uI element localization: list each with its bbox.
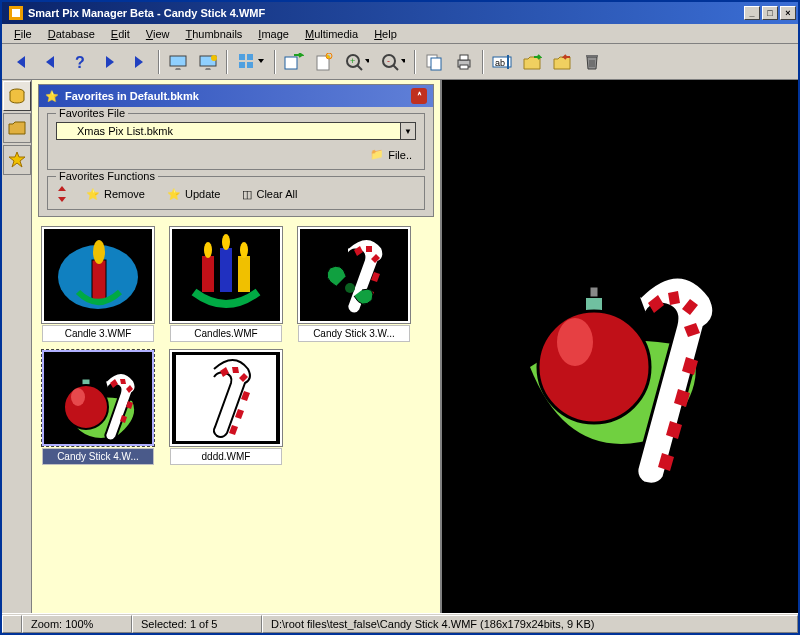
export-button[interactable]	[280, 48, 308, 76]
favorites-file-combo[interactable]: ▼	[56, 122, 416, 140]
favorites-panel: ⭐ Favorites in Default.bkmk ˄ Favorites …	[38, 84, 434, 217]
separator	[274, 50, 276, 74]
preview-image	[490, 207, 750, 487]
folder-import-button[interactable]	[548, 48, 576, 76]
svg-rect-42	[590, 287, 598, 297]
svg-rect-7	[247, 54, 253, 60]
thumb-image	[42, 350, 154, 446]
thumbnail-0[interactable]: Candle 3.WMF	[38, 227, 158, 342]
favorites-header: ⭐ Favorites in Default.bkmk ˄	[39, 85, 433, 107]
svg-rect-24	[507, 55, 509, 69]
star-icon: ⭐	[45, 90, 59, 103]
menubar: File Database Edit View Thumbnails Image…	[2, 24, 798, 44]
svg-rect-8	[239, 62, 245, 68]
next-button[interactable]	[96, 48, 124, 76]
menu-file[interactable]: File	[6, 26, 40, 42]
menu-thumbnails[interactable]: Thumbnails	[177, 26, 250, 42]
svg-point-34	[222, 234, 230, 250]
thumb-caption: Candle 3.WMF	[42, 325, 154, 342]
menu-edit[interactable]: Edit	[103, 26, 138, 42]
maximize-button[interactable]: □	[762, 6, 778, 20]
thumb-image	[42, 227, 154, 323]
separator	[482, 50, 484, 74]
tab-database[interactable]	[3, 81, 31, 111]
prev-button[interactable]	[36, 48, 64, 76]
svg-rect-30	[202, 256, 214, 292]
favorites-title: Favorites in Default.bkmk	[65, 90, 411, 102]
thumb-caption: Candles.WMF	[170, 325, 282, 342]
zoom-in-button[interactable]: +	[340, 48, 374, 76]
print-button[interactable]	[450, 48, 478, 76]
new-file-button[interactable]	[310, 48, 338, 76]
menu-database[interactable]: Database	[40, 26, 103, 42]
svg-rect-9	[247, 62, 253, 68]
tab-favorites[interactable]	[3, 145, 31, 175]
minimize-button[interactable]: _	[744, 6, 760, 20]
clear-all-button[interactable]: ◫Clear All	[238, 186, 301, 203]
first-button[interactable]	[6, 48, 34, 76]
menu-image[interactable]: Image	[250, 26, 297, 42]
svg-rect-3	[170, 56, 186, 66]
app-window: Smart Pix Manager Beta - Candy Stick 4.W…	[0, 0, 800, 635]
statusbar: Zoom: 100% Selected: 1 of 5 D:\root file…	[2, 613, 798, 633]
svg-rect-41	[585, 297, 603, 311]
update-button[interactable]: ⭐Update	[163, 186, 224, 203]
window-title: Smart Pix Manager Beta - Candy Stick 4.W…	[28, 7, 744, 19]
svg-point-33	[204, 242, 212, 258]
folder-export-button[interactable]	[518, 48, 546, 76]
svg-point-29	[93, 240, 105, 264]
svg-rect-21	[460, 65, 468, 69]
copy-button[interactable]	[420, 48, 448, 76]
separator	[158, 50, 160, 74]
svg-rect-18	[431, 58, 441, 70]
favorites-file-group: Favorites File ▼ 📁 File..	[47, 113, 425, 170]
thumbnail-4[interactable]: dddd.WMF	[166, 350, 286, 465]
folder-icon: 📁	[370, 148, 384, 161]
thumbnail-3[interactable]: Candy Stick 4.W...	[38, 350, 158, 465]
menu-view[interactable]: View	[138, 26, 178, 42]
status-icon	[2, 615, 22, 633]
grid-view-button[interactable]	[232, 48, 270, 76]
thumbnails-grid: Candle 3.WMFCandles.WMFCandy Stick 3.W..…	[32, 221, 440, 613]
last-button[interactable]	[126, 48, 154, 76]
svg-text:+: +	[350, 56, 355, 66]
reorder-icon[interactable]	[56, 185, 68, 203]
svg-point-5	[211, 55, 217, 61]
favorites-file-input[interactable]	[56, 122, 400, 140]
close-button[interactable]: ×	[780, 6, 796, 20]
thumbnail-2[interactable]: Candy Stick 3.W...	[294, 227, 414, 342]
tab-folders[interactable]	[3, 113, 31, 143]
svg-rect-31	[220, 248, 232, 292]
thumb-caption: Candy Stick 3.W...	[298, 325, 410, 342]
collapse-button[interactable]: ˄	[411, 88, 427, 104]
svg-text:?: ?	[75, 54, 85, 71]
titlebar: Smart Pix Manager Beta - Candy Stick 4.W…	[2, 2, 798, 24]
svg-point-35	[240, 242, 248, 258]
toolbar: ? + - ab	[2, 44, 798, 80]
rename-button[interactable]: ab	[488, 48, 516, 76]
svg-point-36	[345, 283, 355, 293]
remove-button[interactable]: ⭐Remove	[82, 186, 149, 203]
svg-point-44	[557, 318, 593, 366]
svg-point-38	[64, 385, 108, 429]
separator	[226, 50, 228, 74]
delete-button[interactable]	[578, 48, 606, 76]
menu-multimedia[interactable]: Multimedia	[297, 26, 366, 42]
thumbnail-1[interactable]: Candles.WMF	[166, 227, 286, 342]
slideshow2-button[interactable]	[194, 48, 222, 76]
favorites-functions-group: Favorites Functions ⭐Remove ⭐Update ◫Cle…	[47, 176, 425, 210]
window-buttons: _ □ ×	[744, 6, 796, 20]
zoom-out-button[interactable]: -	[376, 48, 410, 76]
svg-rect-1	[12, 9, 20, 17]
side-tabs	[2, 80, 32, 613]
slideshow-button[interactable]	[164, 48, 192, 76]
dropdown-button[interactable]: ▼	[400, 122, 416, 140]
help-button[interactable]: ?	[66, 48, 94, 76]
file-button[interactable]: 📁 File..	[366, 146, 416, 163]
status-path: D:\root files\test_false\Candy Stick 4.W…	[262, 615, 798, 633]
separator	[414, 50, 416, 74]
svg-rect-6	[239, 54, 245, 60]
menu-help[interactable]: Help	[366, 26, 405, 42]
svg-rect-10	[285, 57, 297, 69]
favorites-file-label: Favorites File	[56, 107, 128, 119]
